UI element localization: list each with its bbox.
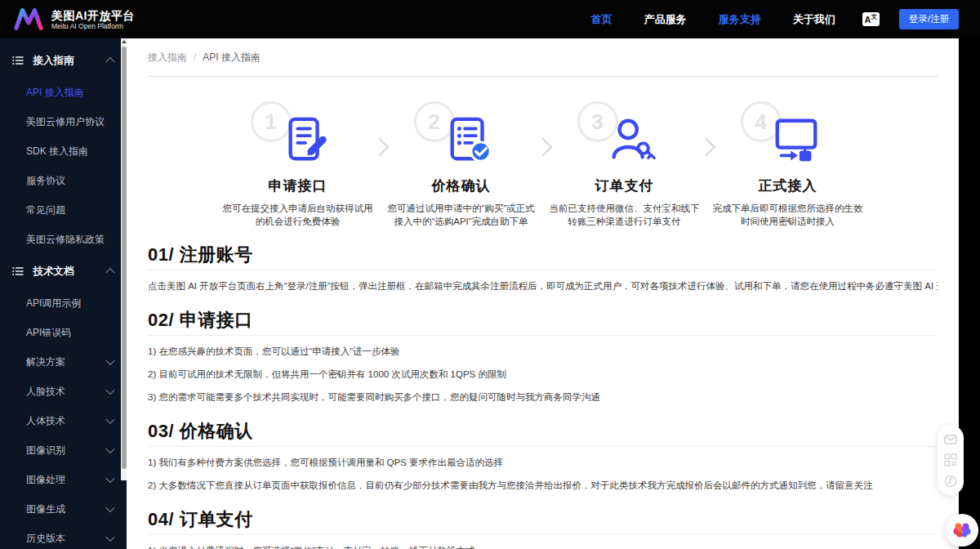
nav-item[interactable]: 首页 <box>591 12 612 27</box>
sidebar-item[interactable]: 图像生成 <box>0 494 127 524</box>
sidebar-item[interactable]: 人脸技术 <box>0 377 127 406</box>
meitu-logo-icon <box>13 7 44 32</box>
sidebar-scrollbar[interactable] <box>121 38 127 480</box>
section-line: 2) 目前可试用的技术无限制，但将共用一个密钥并有 1000 次试用次数和 1Q… <box>148 368 938 382</box>
section-heading: 01/ 注册账号 <box>148 244 938 270</box>
nav-menu: 首页产品服务服务支持关于我们 <box>591 12 835 27</box>
scroll-up-arrow-icon[interactable] <box>122 40 127 43</box>
language-icon[interactable]: A 文 <box>862 12 880 26</box>
sidebar-item[interactable]: 技术文档 <box>0 254 127 288</box>
section: 04/ 订单支付 1) 当您进入付费流程时，您可选择“微信”支付、支付宝、转账、… <box>148 509 938 549</box>
sidebar-item[interactable]: 解决方案 <box>0 347 127 377</box>
top-nav: 美图AI开放平台 Meitu AI Open Platform 首页产品服务服务… <box>0 0 980 38</box>
section-line: 2) 大多数情况下您直接从订单页面中获取报价信息，目前仍有少部分技术需要由我方与… <box>148 479 938 493</box>
sidebar-item-label: API错误码 <box>26 327 71 338</box>
step: 1 <box>216 101 380 228</box>
logo-title: 美图AI开放平台 <box>51 9 135 22</box>
sidebar-item[interactable]: 图像识别 <box>0 435 127 465</box>
expand-chevron-icon <box>105 474 114 483</box>
user-key-icon <box>608 114 658 165</box>
sidebar-item[interactable]: 图像处理 <box>0 465 127 494</box>
sidebar-item[interactable]: 接入指南 <box>0 43 127 78</box>
section: 03/ 价格确认 1) 我们有多种付费方案供您选择，您可根据预计调用量和 QPS… <box>148 421 938 493</box>
section-line: 3) 您的需求可能需要多个技术共同实现时，可能需要同时购买多个接口，您的疑问可随… <box>148 391 938 404</box>
sidebar-item-label: 常见问题 <box>26 204 65 216</box>
step: 3 <box>543 101 706 228</box>
expand-chevron-icon <box>105 503 114 512</box>
breadcrumb-parent[interactable]: 接入指南 <box>148 51 187 65</box>
onboarding-steps: 1 <box>148 101 938 228</box>
sidebar-item[interactable]: API调用示例 <box>0 288 127 318</box>
step-description: 完成下单后即可根据您所选择的生效时间使用密钥适时接入 <box>712 202 864 228</box>
expand-chevron-icon <box>105 57 114 66</box>
expand-chevron-icon <box>105 533 114 542</box>
login-register-button[interactable]: 登录/注册 <box>899 9 959 29</box>
sidebar-item-label: 人脸技术 <box>26 386 65 397</box>
nav-item[interactable]: 关于我们 <box>793 12 835 27</box>
nav-item[interactable]: 服务支持 <box>719 12 761 27</box>
sidebar-item[interactable]: SDK 接入指南 <box>0 136 127 166</box>
breadcrumb-current: API 接入指南 <box>203 51 261 65</box>
section-heading: 04/ 订单支付 <box>148 509 938 535</box>
service-icon[interactable] <box>944 475 957 488</box>
expand-chevron-icon <box>105 444 114 453</box>
sidebar-item-label: 历史版本 <box>26 533 65 544</box>
sidebar-item[interactable]: 美图云修隐私政策 <box>0 225 127 254</box>
logo[interactable]: 美图AI开放平台 Meitu AI Open Platform <box>13 7 135 32</box>
monitor-arrow-icon <box>771 114 822 165</box>
sidebar-item[interactable]: API 接入指南 <box>0 78 127 107</box>
step-title: 正式接入 <box>706 176 870 195</box>
main-content: 接入指南 / API 接入指南 1 <box>127 38 959 549</box>
sidebar-item-label: API调用示例 <box>26 297 81 309</box>
sidebar-item-label: 图像识别 <box>26 444 65 456</box>
sidebar-item[interactable]: API错误码 <box>0 318 127 347</box>
step-description: 您可在提交接入申请后自动获得试用的机会进行免费体验 <box>222 202 374 228</box>
section-heading: 03/ 价格确认 <box>148 421 938 447</box>
sidebar: 接入指南 API 接入指南 <box>0 38 127 549</box>
document-pencil-icon <box>281 114 332 165</box>
section: 02/ 申请接口 1) 在您感兴趣的技术页面，您可以通过“申请接入”进一步体验2… <box>148 310 938 404</box>
step-title: 订单支付 <box>543 176 706 195</box>
sidebar-item[interactable]: 服务协议 <box>0 166 127 195</box>
sidebar-item[interactable]: 人体技术 <box>0 406 127 435</box>
list-icon <box>12 256 24 290</box>
ai-assistant-button[interactable] <box>946 514 978 547</box>
sidebar-item[interactable]: 历史版本 <box>0 524 127 549</box>
scrollbar-thumb[interactable] <box>122 47 127 469</box>
sidebar-item-label: 图像生成 <box>26 503 65 515</box>
nav-item[interactable]: 产品服务 <box>644 12 687 27</box>
ai-brain-icon <box>953 522 971 538</box>
list-icon <box>12 45 24 79</box>
logo-subtitle: Meitu AI Open Platform <box>51 22 135 30</box>
step-title: 申请接口 <box>216 176 380 195</box>
mail-icon[interactable] <box>944 433 957 446</box>
sidebar-item-label: API 接入指南 <box>26 87 84 98</box>
expand-chevron-icon <box>105 268 114 277</box>
sidebar-item[interactable]: 美图云修用户协议 <box>0 107 127 136</box>
sidebar-item-label: 技术文档 <box>33 266 74 277</box>
step: 2 <box>380 101 543 228</box>
sidebar-item-label: 图像处理 <box>26 474 65 485</box>
sidebar-item-label: 人体技术 <box>26 415 65 426</box>
sidebar-item[interactable]: 常见问题 <box>0 195 127 225</box>
section: 01/ 注册账号 点击美图 AI 开放平台页面右上角“登录/注册”按钮，弹出注册… <box>148 244 938 293</box>
expand-chevron-icon <box>105 356 114 365</box>
section-line: 1) 在您感兴趣的技术页面，您可以通过“申请接入”进一步体验 <box>148 345 938 359</box>
contact-float-panel <box>938 425 964 495</box>
section-line: 1) 我们有多种付费方案供您选择，您可根据预计调用量和 QPS 要求作出最合适的… <box>148 456 938 470</box>
step-description: 您可通过试用申请中的“购买”或正式接入中的“选购API”完成自助下单 <box>385 202 537 228</box>
step-description: 当前已支持使用微信、支付宝和线下转账三种渠道进行订单支付 <box>549 202 701 228</box>
checklist-check-icon <box>444 114 495 165</box>
sidebar-item-label: 美图云修用户协议 <box>26 116 105 127</box>
guide-sections: 01/ 注册账号 点击美图 AI 开放平台页面右上角“登录/注册”按钮，弹出注册… <box>148 244 938 549</box>
section-line: 点击美图 AI 开放平台页面右上角“登录/注册”按钮，弹出注册框，在邮箱中完成其… <box>148 279 938 293</box>
expand-chevron-icon <box>105 415 114 424</box>
sidebar-item-label: 解决方案 <box>26 356 65 368</box>
sidebar-item-label: 服务协议 <box>26 175 65 186</box>
breadcrumb-separator: / <box>194 51 196 63</box>
step-title: 价格确认 <box>380 176 543 195</box>
qrcode-icon[interactable] <box>944 453 957 466</box>
section-heading: 02/ 申请接口 <box>148 310 938 336</box>
sidebar-item-label: 美图云修隐私政策 <box>26 234 105 245</box>
section-line: 1) 当您进入付费流程时，您可选择“微信”支付、支付宝、转账、线下付款等方式 <box>148 544 938 549</box>
